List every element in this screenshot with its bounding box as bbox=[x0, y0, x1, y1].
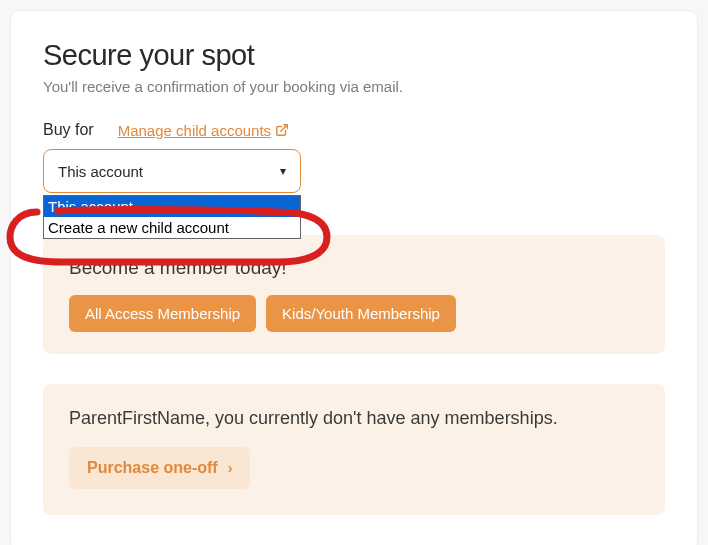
dropdown-option-create-child[interactable]: Create a new child account bbox=[44, 217, 300, 238]
become-member-title: Become a member today! bbox=[69, 257, 639, 279]
purchase-one-off-label: Purchase one-off bbox=[87, 459, 218, 477]
no-membership-text: ParentFirstName, you currently don't hav… bbox=[69, 408, 639, 429]
buy-for-row: Buy for Manage child accounts bbox=[43, 121, 665, 139]
external-link-icon bbox=[275, 123, 289, 137]
all-access-membership-button[interactable]: All Access Membership bbox=[69, 295, 256, 332]
dropdown-option-this-account[interactable]: This account bbox=[44, 196, 300, 217]
manage-link-text: Manage child accounts bbox=[118, 122, 271, 139]
buy-for-label: Buy for bbox=[43, 121, 94, 139]
no-membership-panel: ParentFirstName, you currently don't hav… bbox=[43, 384, 665, 515]
page-title: Secure your spot bbox=[43, 39, 665, 72]
buy-for-select-wrapper: This account ▾ This account Create a new… bbox=[43, 149, 301, 193]
buy-for-select[interactable]: This account ▾ bbox=[43, 149, 301, 193]
purchase-one-off-button[interactable]: Purchase one-off › bbox=[69, 447, 250, 489]
membership-buttons-row: All Access Membership Kids/Youth Members… bbox=[69, 295, 639, 332]
select-value: This account bbox=[58, 163, 143, 180]
booking-card: Secure your spot You'll receive a confir… bbox=[10, 10, 698, 545]
caret-down-icon: ▾ bbox=[280, 164, 286, 178]
manage-child-accounts-link[interactable]: Manage child accounts bbox=[118, 122, 289, 139]
buy-for-dropdown: This account Create a new child account bbox=[43, 195, 301, 239]
chevron-right-icon: › bbox=[228, 460, 233, 476]
become-member-panel: Become a member today! All Access Member… bbox=[43, 235, 665, 354]
page-subtitle: You'll receive a confirmation of your bo… bbox=[43, 78, 665, 95]
svg-line-0 bbox=[281, 125, 287, 131]
kids-youth-membership-button[interactable]: Kids/Youth Membership bbox=[266, 295, 456, 332]
